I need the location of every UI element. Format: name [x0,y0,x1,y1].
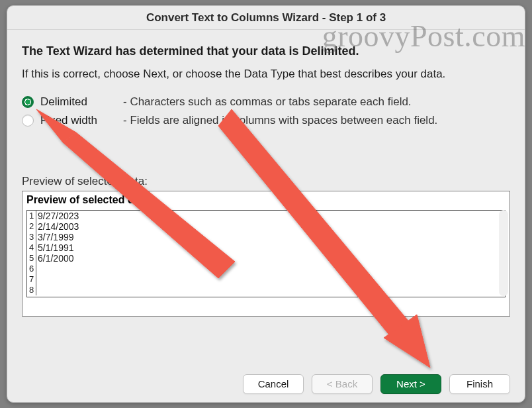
option-delimited[interactable]: Delimited - Characters such as commas or… [22,93,510,111]
row-value: 5/1/1991 [36,242,74,253]
row-number: 5 [27,253,36,264]
row-value [36,264,38,274]
table-row: 56/1/2000 [27,253,505,264]
option-delimited-desc: - Characters such as commas or tabs sepa… [123,93,412,111]
table-row: 33/7/1999 [27,232,505,242]
finish-button[interactable]: Finish [449,374,510,394]
row-value [36,274,38,285]
radio-delimited[interactable] [22,96,34,108]
option-fixed-width-desc: - Fields are aligned in columns with spa… [123,111,437,130]
row-value: 9/27/2023 [36,211,79,221]
row-number: 1 [27,211,36,221]
row-number: 8 [27,285,36,295]
row-value [36,285,38,295]
table-row: 19/27/2023 [27,211,505,221]
cancel-button[interactable]: Cancel [243,374,304,394]
row-number: 4 [27,242,36,253]
table-row: 8 [27,285,505,295]
preview-box: Preview of selected data: 19/27/202322/1… [22,191,510,317]
row-number: 7 [27,274,36,285]
row-number: 2 [27,221,36,232]
row-value: 3/7/1999 [36,232,74,242]
table-row: 45/1/1991 [27,242,505,253]
next-button[interactable]: Next > [380,374,441,394]
row-number: 3 [27,232,36,242]
table-row: 7 [27,274,505,285]
content-area: The Text Wizard has determined that your… [7,30,525,317]
table-row: 6 [27,264,505,274]
footer-buttons: Cancel < Back Next > Finish [243,374,510,394]
option-fixed-width-label: Fixed width [40,111,116,130]
back-button: < Back [312,374,373,394]
wizard-window: Convert Text to Columns Wizard - Step 1 … [7,5,525,403]
wizard-heading: The Text Wizard has determined that your… [22,44,510,58]
row-value: 2/14/2003 [36,221,79,232]
row-value: 6/1/2000 [36,253,74,264]
row-number: 6 [27,264,36,274]
window-title: Convert Text to Columns Wizard - Step 1 … [7,6,525,30]
table-row: 22/14/2003 [27,221,505,232]
preview-label: Preview of selected data: [22,175,510,188]
option-fixed-width[interactable]: Fixed width - Fields are aligned in colu… [22,111,510,130]
radio-fixed-width[interactable] [22,115,34,127]
preview-data-grid: 19/27/202322/14/200333/7/199945/1/199156… [26,210,506,297]
preview-box-title: Preview of selected data: [26,194,506,206]
data-type-options: Delimited - Characters such as commas or… [22,93,510,130]
option-delimited-label: Delimited [40,93,116,111]
wizard-subtext: If this is correct, choose Next, or choo… [22,68,510,81]
preview-scrollbar[interactable] [499,210,508,296]
